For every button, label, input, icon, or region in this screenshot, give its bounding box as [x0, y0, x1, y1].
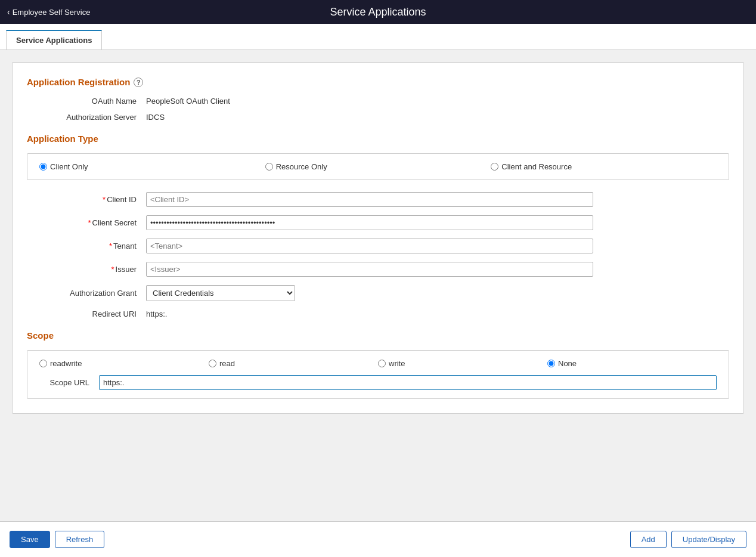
auth-server-value: IDCS [146, 113, 729, 122]
scope-radio-read-input[interactable] [209, 360, 216, 367]
page-title: Service Applications [330, 6, 426, 18]
scope-radio-none[interactable]: None [547, 359, 717, 368]
update-display-button[interactable]: Update/Display [671, 531, 746, 548]
scope-radio-readwrite[interactable]: readwrite [39, 359, 209, 368]
back-label: Employee Self Service [13, 8, 91, 17]
scope-radio-row: readwrite read write None [39, 359, 717, 368]
save-button[interactable]: Save [10, 531, 50, 548]
app-registration-title: Application Registration ? [27, 77, 729, 87]
tab-bar: Service Applications [0, 24, 756, 50]
radio-client-resource-input[interactable] [491, 163, 498, 171]
redirect-uri-label: Redirect URI [27, 310, 146, 318]
auth-server-label: Authorization Server [27, 113, 146, 122]
client-secret-label: Client Secret [27, 218, 146, 227]
scope-url-row: Scope URL [39, 375, 717, 390]
form-card: Application Registration ? OAuth Name Pe… [12, 62, 744, 414]
auth-grant-label: Authorization Grant [27, 289, 146, 298]
chevron-left-icon: ‹ [7, 7, 10, 17]
tenant-field-wrapper [146, 239, 729, 253]
action-bar-left: Save Refresh [10, 531, 104, 548]
tenant-input[interactable] [146, 239, 593, 253]
issuer-label: Issuer [27, 265, 146, 274]
add-button[interactable]: Add [630, 531, 667, 548]
radio-resource-only-input[interactable] [265, 163, 273, 171]
issuer-input[interactable] [146, 262, 593, 277]
client-id-label: Client ID [27, 195, 146, 204]
tab-service-applications[interactable]: Service Applications [6, 30, 102, 49]
scope-url-input[interactable] [99, 375, 717, 390]
client-id-input[interactable] [146, 192, 593, 207]
main-content: Application Registration ? OAuth Name Pe… [0, 50, 756, 521]
oauth-name-label: OAuth Name [27, 97, 146, 106]
oauth-name-value: PeopleSoft OAuth Client [146, 97, 729, 106]
client-secret-field-wrapper [146, 215, 729, 230]
tenant-label: Tenant [27, 242, 146, 250]
top-bar: ‹ Employee Self Service Service Applicat… [0, 0, 756, 24]
radio-client-only-input[interactable] [39, 163, 47, 171]
scope-title: Scope [27, 330, 729, 341]
scope-box: readwrite read write None Scope URL [27, 350, 729, 399]
back-button[interactable]: ‹ Employee Self Service [7, 7, 90, 17]
radio-client-only[interactable]: Client Only [39, 162, 265, 171]
radio-resource-only[interactable]: Resource Only [265, 162, 491, 171]
scope-radio-read[interactable]: read [209, 359, 378, 368]
client-secret-input[interactable] [146, 215, 593, 230]
scope-radio-readwrite-input[interactable] [39, 360, 47, 367]
form-fields-grid: Client ID Client Secret Tenant Issuer Au… [27, 192, 729, 318]
app-type-title: Application Type [27, 134, 729, 144]
app-type-box: Client Only Resource Only Client and Res… [27, 153, 729, 180]
scope-radio-write-input[interactable] [378, 360, 386, 367]
issuer-field-wrapper [146, 262, 729, 277]
redirect-uri-value: https:. [146, 310, 729, 318]
app-type-radio-row: Client Only Resource Only Client and Res… [39, 162, 717, 171]
scope-radio-write[interactable]: write [378, 359, 547, 368]
refresh-button[interactable]: Refresh [55, 531, 105, 548]
scope-url-label: Scope URL [39, 378, 99, 387]
radio-client-resource[interactable]: Client and Resource [491, 162, 717, 171]
info-grid: OAuth Name PeopleSoft OAuth Client Autho… [27, 97, 729, 122]
help-icon[interactable]: ? [134, 78, 143, 87]
auth-grant-field-wrapper: Client Credentials Authorization Code Im… [146, 285, 729, 301]
action-bar-right: Add Update/Display [630, 531, 746, 548]
scope-radio-none-input[interactable] [547, 360, 555, 367]
client-id-field-wrapper [146, 192, 729, 207]
action-bar: Save Refresh Add Update/Display [0, 521, 756, 557]
auth-grant-select[interactable]: Client Credentials Authorization Code Im… [146, 285, 295, 301]
